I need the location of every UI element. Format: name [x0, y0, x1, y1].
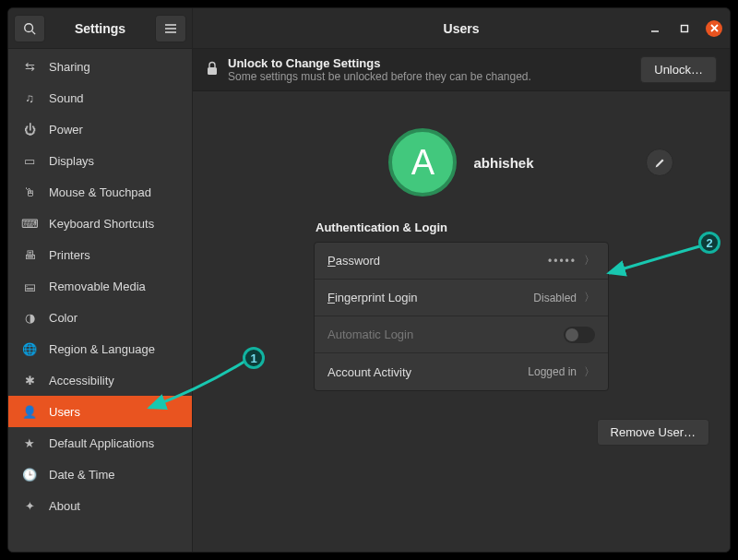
sidebar-item-displays[interactable]: ▭Displays — [8, 145, 192, 176]
fingerprint-row[interactable]: Fingerprint Login Disabled 〉 — [315, 280, 608, 316]
users-icon: 👤 — [21, 405, 38, 419]
maximize-icon — [680, 24, 689, 33]
user-header: A abhishek — [314, 128, 609, 197]
color-icon: ◑ — [21, 311, 38, 325]
auth-listbox: Password ••••• 〉 Fingerprint Login Disab… — [314, 242, 609, 391]
sidebar-item-label: Printers — [49, 248, 90, 262]
main-area: A abhishek Authentication & Login Passwo… — [193, 91, 730, 552]
unlock-subtitle: Some settings must be unlocked before th… — [228, 70, 640, 83]
plus-icon: ✦ — [21, 499, 38, 513]
sidebar-item-label: Default Applications — [49, 436, 154, 450]
activity-value: Logged in — [528, 365, 577, 378]
keyboard-icon: ⌨ — [21, 217, 38, 231]
lock-icon — [206, 61, 219, 78]
sidebar-item-label: Displays — [49, 154, 94, 168]
sidebar-item-label: Mouse & Touchpad — [49, 185, 151, 199]
search-button[interactable] — [14, 15, 45, 42]
sidebar-item-label: Keyboard Shortcuts — [49, 217, 154, 231]
star-icon: ★ — [21, 436, 38, 450]
mouse-icon: 🖱 — [21, 185, 38, 199]
sidebar-item-printers[interactable]: 🖶Printers — [8, 239, 192, 270]
activity-label: Account Activity — [327, 365, 528, 379]
chevron-right-icon: 〉 — [584, 364, 595, 380]
minimize-icon — [650, 24, 660, 33]
power-icon: ⏻ — [21, 123, 38, 137]
minimize-button[interactable] — [647, 20, 663, 37]
sidebar-item-about[interactable]: ✦About — [8, 490, 192, 521]
settings-window: Settings Users ⇆Sharing♫Sound⏻Power — [7, 7, 731, 553]
svg-rect-9 — [208, 67, 217, 75]
sidebar-item-label: Accessibility — [49, 374, 114, 387]
sidebar-item-date-time[interactable]: 🕒Date & Time — [8, 459, 192, 490]
close-button[interactable] — [706, 20, 722, 37]
sidebar-item-label: Users — [49, 405, 80, 419]
edit-name-button[interactable] — [646, 149, 673, 176]
sidebar-item-label: Date & Time — [49, 468, 115, 482]
sidebar-item-label: Sound — [49, 91, 84, 105]
section-title: Authentication & Login — [315, 220, 609, 234]
chevron-right-icon: 〉 — [584, 253, 595, 268]
music-icon: ♫ — [21, 91, 38, 105]
autologin-toggle — [564, 327, 595, 343]
avatar[interactable]: A — [388, 128, 457, 197]
password-value: ••••• — [548, 255, 577, 268]
content-pane: Unlock to Change Settings Some settings … — [193, 49, 730, 552]
window-body: ⇆Sharing♫Sound⏻Power▭Displays🖱Mouse & To… — [8, 49, 730, 552]
sidebar-item-sound[interactable]: ♫Sound — [8, 82, 192, 113]
sidebar-item-label: About — [49, 499, 80, 513]
remove-user-button[interactable]: Remove User… — [597, 419, 709, 446]
autologin-label: Automatic Login — [327, 328, 564, 341]
printer-icon: 🖶 — [21, 248, 38, 262]
svg-point-0 — [25, 23, 33, 31]
titlebar: Settings Users — [8, 8, 730, 49]
titlebar-right: Users — [193, 8, 730, 48]
user-name-label: abhishek — [473, 155, 533, 171]
svg-rect-6 — [682, 25, 688, 31]
close-icon — [710, 24, 719, 32]
unlock-title: Unlock to Change Settings — [228, 56, 640, 70]
clock-icon: 🕒 — [21, 468, 38, 482]
unlock-button[interactable]: Unlock… — [640, 56, 717, 83]
sidebar-item-power[interactable]: ⏻Power — [8, 113, 192, 145]
sidebar-item-label: Sharing — [49, 60, 90, 74]
content-footer: Remove User… — [193, 391, 730, 446]
fingerprint-label: Fingerprint Login — [327, 291, 533, 304]
autologin-row: Automatic Login — [315, 316, 608, 353]
share-icon: ⇆ — [21, 60, 38, 74]
globe-icon: 🌐 — [21, 342, 38, 356]
menu-button[interactable] — [155, 15, 186, 42]
sidebar-item-accessibility[interactable]: ✱Accessibility — [8, 364, 192, 396]
media-icon: 🖴 — [21, 280, 38, 293]
sidebar-item-region-language[interactable]: 🌐Region & Language — [8, 333, 192, 364]
sidebar-item-keyboard-shortcuts[interactable]: ⌨Keyboard Shortcuts — [8, 208, 192, 239]
hamburger-icon — [164, 23, 177, 34]
unlock-text: Unlock to Change Settings Some settings … — [228, 56, 640, 83]
sidebar-item-default-applications[interactable]: ★Default Applications — [8, 427, 192, 459]
unlock-banner: Unlock to Change Settings Some settings … — [193, 49, 730, 91]
pencil-icon — [654, 157, 666, 169]
fingerprint-value: Disabled — [533, 292, 577, 304]
chevron-right-icon: 〉 — [584, 290, 595, 305]
sidebar-item-mouse-touchpad[interactable]: 🖱Mouse & Touchpad — [8, 176, 192, 208]
sidebar[interactable]: ⇆Sharing♫Sound⏻Power▭Displays🖱Mouse & To… — [8, 49, 193, 552]
password-row[interactable]: Password ••••• 〉 — [315, 243, 608, 280]
sidebar-item-label: Color — [49, 311, 77, 325]
svg-line-1 — [32, 30, 36, 34]
password-label: Password — [327, 254, 548, 268]
activity-row[interactable]: Account Activity Logged in 〉 — [315, 353, 608, 390]
display-icon: ▭ — [21, 154, 38, 168]
sidebar-item-label: Region & Language — [49, 342, 155, 356]
sidebar-item-sharing[interactable]: ⇆Sharing — [8, 51, 192, 82]
sidebar-item-label: Power — [49, 123, 83, 137]
titlebar-left: Settings — [8, 8, 193, 48]
auth-section: Authentication & Login Password ••••• 〉 … — [314, 220, 609, 391]
maximize-button[interactable] — [676, 20, 693, 37]
sidebar-title: Settings — [51, 21, 149, 36]
sidebar-item-removable-media[interactable]: 🖴Removable Media — [8, 270, 192, 302]
access-icon: ✱ — [21, 374, 38, 387]
sidebar-item-users[interactable]: 👤Users — [8, 396, 192, 427]
sidebar-item-color[interactable]: ◑Color — [8, 302, 192, 333]
search-icon — [23, 22, 36, 35]
sidebar-item-label: Removable Media — [49, 280, 146, 293]
window-controls — [647, 20, 722, 37]
